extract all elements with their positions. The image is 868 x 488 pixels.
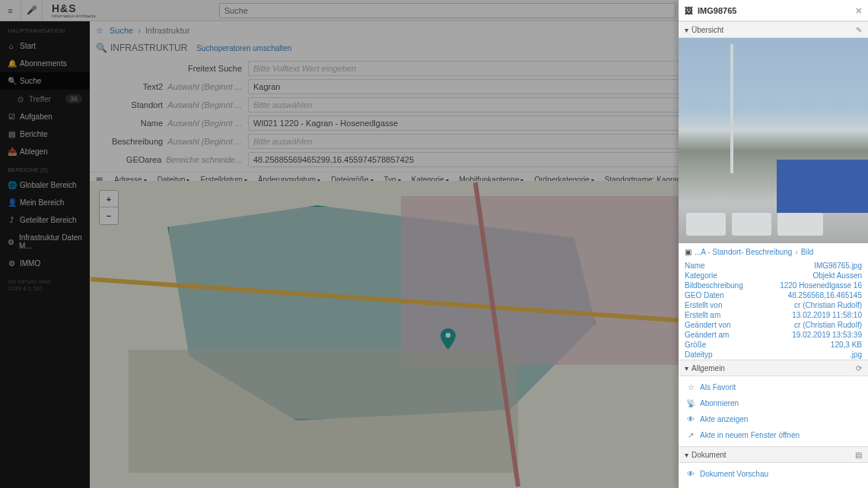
- meta-value: cr (Christian Rudolf): [794, 301, 862, 309]
- meta-key: Dateityp: [685, 350, 713, 359]
- section-overview-label: Übersicht: [692, 26, 723, 34]
- meta-value: 19.02.2019 13:53:39: [792, 331, 862, 339]
- section-doc-label: Dokument: [692, 451, 727, 459]
- detail-panel: 🖼 IMG98765 × ▾ Übersicht ✎ ▣ ...A - Stan…: [679, 0, 868, 488]
- meta-key: Erstellt von: [685, 301, 722, 309]
- action-akte-in-neuem-fenster-öffnen[interactable]: ↗Akte in neuem Fenster öffnen: [679, 427, 868, 443]
- action-icon: ↗: [686, 431, 695, 439]
- chevron-down-icon[interactable]: ▾: [685, 26, 688, 34]
- file-icon: 🖼: [685, 6, 693, 15]
- folder-icon: ▣: [685, 248, 692, 256]
- meta-key: GEO Daten: [685, 291, 724, 299]
- meta-key: Name: [685, 261, 705, 270]
- panel-title: IMG98765: [698, 6, 736, 15]
- meta-key: Geändert von: [685, 321, 731, 329]
- refresh-icon[interactable]: ⟳: [856, 364, 862, 372]
- action-label: Dokument Vorschau: [700, 470, 768, 478]
- meta-value: 120,3 KB: [831, 341, 862, 349]
- action-dokument-vorschau[interactable]: 👁Dokument Vorschau: [679, 466, 868, 482]
- action-label: Abonnieren: [700, 399, 739, 407]
- meta-key: Größe: [685, 341, 706, 349]
- edit-icon[interactable]: ✎: [856, 26, 862, 34]
- meta-value: .jpg: [850, 350, 862, 359]
- action-akte-anzeigen[interactable]: 👁Akte anzeigen: [679, 411, 868, 427]
- close-icon[interactable]: ×: [856, 5, 862, 17]
- meta-key: Bildbeschreibung: [685, 281, 743, 290]
- section-general-label: Allgemein: [692, 364, 725, 372]
- action-als-favorit[interactable]: ☆Als Favorit: [679, 379, 868, 395]
- panel-bc-item[interactable]: ...A - Standort- Beschreibung: [695, 248, 792, 256]
- meta-value: cr (Christian Rudolf): [794, 321, 862, 329]
- meta-value: 48.256568,16.465145: [788, 291, 862, 299]
- preview-image[interactable]: [679, 38, 868, 243]
- action-abonnieren[interactable]: 📡Abonnieren: [679, 395, 868, 411]
- action-icon: ☆: [686, 383, 695, 391]
- action-label: Akte in neuem Fenster öffnen: [700, 431, 800, 439]
- action-icon: 📡: [686, 399, 695, 407]
- chevron-down-icon[interactable]: ▾: [685, 364, 688, 372]
- action-icon: 👁: [686, 470, 695, 478]
- action-label: Als Favorit: [700, 383, 736, 391]
- meta-key: Kategorie: [685, 271, 717, 280]
- panel-breadcrumb: ▣ ...A - Standort- Beschreibung › Bild: [679, 243, 868, 261]
- meta-key: Geändert am: [685, 331, 729, 339]
- meta-value: 13.02.2019 11:58:10: [792, 311, 862, 319]
- meta-value: IMG98765.jpg: [814, 261, 862, 270]
- meta-value: Objekt Aussen: [813, 271, 862, 280]
- chevron-down-icon[interactable]: ▾: [685, 451, 688, 459]
- action-label: Akte anzeigen: [700, 415, 748, 423]
- action-icon: 👁: [686, 415, 695, 423]
- doc-icon[interactable]: ▤: [855, 451, 862, 459]
- modal-dim[interactable]: [0, 0, 679, 488]
- meta-value: 1220 Hosenedlgasse 16: [780, 281, 862, 290]
- panel-bc-item[interactable]: Bild: [801, 248, 814, 256]
- meta-key: Erstellt am: [685, 311, 720, 319]
